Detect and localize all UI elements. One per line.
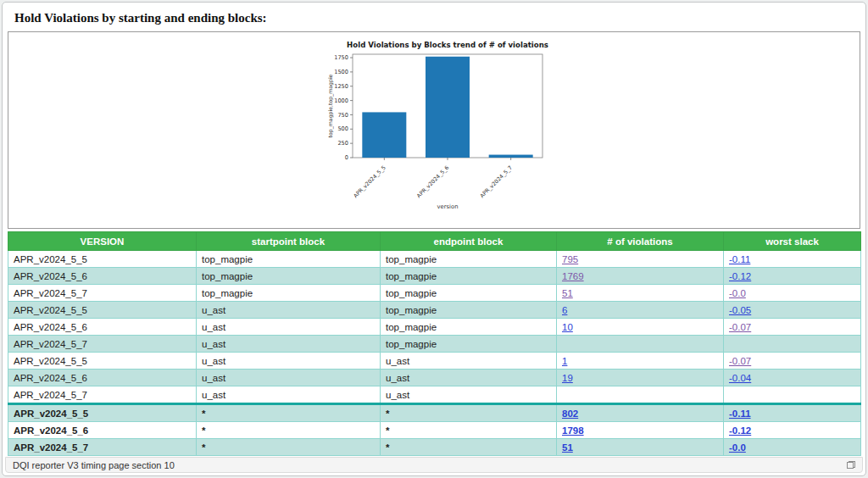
violations-cell: 1 xyxy=(557,353,724,370)
svg-text:1000: 1000 xyxy=(334,97,348,104)
version-cell: APR_v2024_5_7 xyxy=(8,285,197,302)
endpoint-block-cell: * xyxy=(381,404,557,422)
page-title: Hold Violations by starting and ending b… xyxy=(14,11,267,25)
table-row: APR_v2024_5_6top_magpietop_magpie1769-0.… xyxy=(8,268,861,285)
worst-slack-cell: -0.07 xyxy=(724,319,861,336)
bar-APR_v2024_5_5 xyxy=(362,112,406,158)
violations-link[interactable]: 51 xyxy=(562,442,573,453)
table-row: APR_v2024_5_6u_asttop_magpie10-0.07 xyxy=(8,319,861,336)
svg-text:250: 250 xyxy=(337,140,348,147)
worst-slack-cell: -0.0 xyxy=(724,439,861,456)
worst-slack-link[interactable]: -0.12 xyxy=(729,425,751,436)
worst-slack-link[interactable]: -0.0 xyxy=(729,442,746,453)
violations-cell: 6 xyxy=(557,302,724,319)
worst-slack-link[interactable]: -0.07 xyxy=(729,356,751,366)
version-cell: APR_v2024_5_6 xyxy=(8,268,197,285)
worst-slack-link[interactable]: -0.11 xyxy=(729,409,751,419)
violations-link[interactable]: 1769 xyxy=(562,271,584,281)
bars xyxy=(362,57,532,158)
startpoint-block-cell: u_ast xyxy=(197,302,381,319)
page-container: Hold Violations by starting and ending b… xyxy=(2,2,866,476)
startpoint-block-cell: top_magpie xyxy=(197,285,381,302)
table-row: APR_v2024_5_5**802-0.11 xyxy=(8,404,861,422)
worst-slack-cell: -0.05 xyxy=(724,302,861,319)
worst-slack-cell: -0.07 xyxy=(724,353,861,370)
y-axis-label: top_magpie,top_magpie xyxy=(327,74,334,137)
violations-table: VERSIONstartpoint blockendpoint block# o… xyxy=(8,231,861,456)
violations-link[interactable]: 795 xyxy=(562,254,578,264)
worst-slack-link[interactable]: -0.11 xyxy=(729,254,750,264)
column-header-worst-slack: worst slack xyxy=(724,232,861,251)
startpoint-block-cell: u_ast xyxy=(197,386,381,404)
violations-link[interactable]: 1798 xyxy=(562,425,584,436)
violations-cell: 1798 xyxy=(557,422,724,439)
worst-slack-cell: -0.12 xyxy=(724,422,861,439)
worst-slack-cell: -0.11 xyxy=(724,404,861,422)
endpoint-block-cell: * xyxy=(381,439,557,456)
table-row: APR_v2024_5_7top_magpietop_magpie51-0.0 xyxy=(8,285,861,302)
startpoint-block-cell: u_ast xyxy=(197,370,381,386)
version-cell: APR_v2024_5_6 xyxy=(8,319,197,336)
column-header-startpoint-block: startpoint block xyxy=(197,232,381,251)
version-cell: APR_v2024_5_7 xyxy=(8,336,197,353)
violations-bar-chart: Hold Violations by Blocks trend of # of … xyxy=(298,39,570,222)
endpoint-block-cell: u_ast xyxy=(381,386,557,404)
worst-slack-link[interactable]: -0.04 xyxy=(729,373,751,383)
svg-text:1500: 1500 xyxy=(334,69,348,75)
table-header: VERSIONstartpoint blockendpoint block# o… xyxy=(8,232,861,251)
worst-slack-cell: -0.11 xyxy=(724,251,861,268)
worst-slack-link[interactable]: -0.07 xyxy=(729,322,751,332)
worst-slack-cell xyxy=(724,386,861,404)
table-row: APR_v2024_5_7u_asttop_magpie xyxy=(8,336,861,353)
worst-slack-cell: -0.0 xyxy=(724,285,861,302)
table-row: APR_v2024_5_6u_astu_ast19-0.04 xyxy=(8,370,861,386)
violations-link[interactable]: 6 xyxy=(562,305,567,315)
svg-text:APR_v2024_5_5: APR_v2024_5_5 xyxy=(352,164,387,199)
violations-link[interactable]: 1 xyxy=(562,356,567,366)
window-restore-icon[interactable] xyxy=(847,461,855,469)
endpoint-block-cell: u_ast xyxy=(381,353,557,370)
worst-slack-link[interactable]: -0.0 xyxy=(729,288,746,298)
table-row: APR_v2024_5_6**1798-0.12 xyxy=(8,422,861,439)
worst-slack-link[interactable]: -0.12 xyxy=(729,271,751,281)
svg-text:1250: 1250 xyxy=(334,83,348,90)
violations-cell: 1769 xyxy=(557,268,724,285)
endpoint-block-cell: u_ast xyxy=(381,370,557,386)
version-cell: APR_v2024_5_5 xyxy=(8,251,197,268)
svg-text:1750: 1750 xyxy=(334,54,348,61)
violations-link[interactable]: 10 xyxy=(562,322,573,332)
violations-cell: 802 xyxy=(557,404,724,422)
violations-cell: 19 xyxy=(557,370,724,386)
version-cell: APR_v2024_5_6 xyxy=(8,422,197,439)
column-header-violations: # of violations xyxy=(557,232,724,251)
worst-slack-link[interactable]: -0.05 xyxy=(729,305,751,315)
worst-slack-cell: -0.04 xyxy=(724,370,861,386)
table-row: APR_v2024_5_5u_asttop_magpie6-0.05 xyxy=(8,302,861,319)
violations-table-wrap: VERSIONstartpoint blockendpoint block# o… xyxy=(8,231,860,456)
y-axis: 02505007501000125015001750 xyxy=(334,54,353,161)
endpoint-block-cell: * xyxy=(381,422,557,439)
violations-link[interactable]: 51 xyxy=(562,288,573,298)
violations-cell xyxy=(557,336,724,353)
svg-text:0: 0 xyxy=(345,154,348,161)
table-row: APR_v2024_5_5top_magpietop_magpie795-0.1… xyxy=(8,251,861,268)
endpoint-block-cell: top_magpie xyxy=(381,336,557,353)
column-header-version: VERSION xyxy=(8,232,197,251)
version-cell: APR_v2024_5_5 xyxy=(8,353,197,370)
startpoint-block-cell: u_ast xyxy=(197,353,381,370)
violations-cell: 51 xyxy=(557,439,724,456)
startpoint-block-cell: * xyxy=(197,439,381,456)
svg-text:500: 500 xyxy=(337,125,348,132)
table-row: APR_v2024_5_7**51-0.0 xyxy=(8,439,861,456)
version-cell: APR_v2024_5_5 xyxy=(8,302,197,319)
violations-cell xyxy=(557,386,724,404)
worst-slack-cell: -0.12 xyxy=(724,268,861,285)
chart-panel: Hold Violations by Blocks trend of # of … xyxy=(8,31,860,229)
version-cell: APR_v2024_5_7 xyxy=(8,386,197,404)
violations-cell: 51 xyxy=(557,285,724,302)
violations-link[interactable]: 19 xyxy=(562,373,573,383)
violations-link[interactable]: 802 xyxy=(562,409,578,419)
startpoint-block-cell: top_magpie xyxy=(197,251,381,268)
startpoint-block-cell: * xyxy=(197,422,381,439)
startpoint-block-cell: * xyxy=(197,404,381,422)
